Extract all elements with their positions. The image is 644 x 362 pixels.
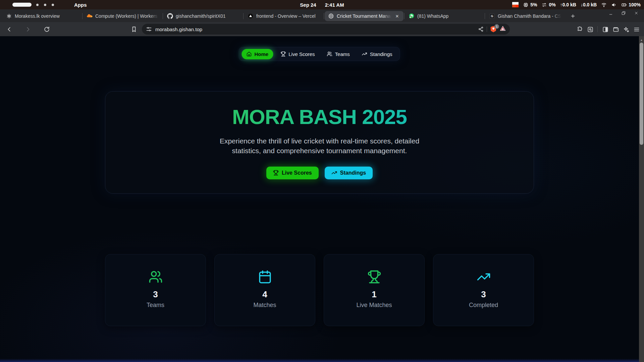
stat-card-completed: 3Completed [433, 254, 534, 326]
battery-icon [621, 2, 627, 8]
brave-shields-button[interactable]: 1 [490, 25, 497, 33]
scroll-up-arrow[interactable]: ▲ [639, 38, 644, 42]
nav-label: Home [255, 51, 269, 57]
forward-button[interactable] [23, 24, 33, 34]
tab-close-icon[interactable]: ✕ [394, 13, 400, 19]
nav-label: Live Scores [288, 51, 315, 57]
upload-rate: ↑0.0 kB [560, 2, 576, 7]
stat-label: Completed [469, 302, 498, 309]
system-top-bar: Apps Sep 24 2:41 AM 5% 0% ↑0.0 kB ↓0.0 k… [0, 0, 644, 9]
system-tray[interactable]: 5% 0% ↑0.0 kB ↓0.0 kB 100% [512, 0, 641, 9]
menu-icon[interactable] [633, 26, 639, 32]
reload-button[interactable] [42, 24, 52, 34]
site-settings-tune-icon[interactable] [146, 26, 152, 32]
bottom-glow [0, 359, 644, 362]
tab-title: Compute (Workers) | Workers & [95, 13, 159, 19]
browser-tab-4[interactable]: frontend - Overview – Vercel [244, 11, 323, 21]
hero-panel: MORA BASH 2025 Experience the thrill of … [105, 91, 534, 194]
button-label: Standings [340, 170, 366, 176]
desktop: Apps Sep 24 2:41 AM 5% 0% ↑0.0 kB ↓0.0 k… [0, 0, 644, 362]
browser-tab-2[interactable]: Compute (Workers) | Workers & [83, 11, 162, 21]
page-title: MORA BASH 2025 [232, 105, 407, 129]
webpage-viewport: HomeLive ScoresTeamsStandings MORA BASH … [0, 36, 644, 362]
extensions-icon[interactable] [577, 26, 583, 32]
trending-up-icon [331, 170, 337, 176]
trophy-icon [273, 170, 279, 176]
tab-title: frontend - Overview – Vercel [256, 13, 320, 19]
browser-tab-5[interactable]: Cricket Tournament Manage✕ [325, 11, 404, 21]
brave-rewards-icon[interactable] [500, 25, 507, 33]
keyboard-layout-flag-icon [512, 2, 519, 7]
clock[interactable]: Sep 24 2:41 AM [300, 0, 344, 9]
stat-value: 3 [481, 289, 486, 300]
live-scores-button[interactable]: Live Scores [266, 167, 319, 179]
shields-badge: 1 [494, 24, 499, 29]
cpu-indicator: 5% [523, 2, 537, 8]
tab-title: Gishan Chamith Bandara - CSE U [498, 13, 561, 19]
tab-title: (81) WhatsApp [417, 13, 481, 19]
stat-value: 1 [372, 289, 376, 300]
hero-subtitle: Experience the thrill of live cricket wi… [212, 136, 427, 156]
time-label: 2:41 AM [325, 2, 344, 8]
nav-item-home[interactable]: Home [242, 49, 273, 59]
search-in-tab-icon[interactable] [587, 26, 593, 32]
browser-tab-bar: Morakess.lk overviewCompute (Workers) | … [0, 9, 644, 22]
browser-tab-7[interactable]: GGishan Chamith Bandara - CSE U [486, 11, 565, 21]
browser-tab-6[interactable]: 81(81) WhatsApp [405, 11, 484, 21]
browser-tab-1[interactable]: Morakess.lk overview [3, 11, 82, 21]
browser-tab-3[interactable]: gishanchamith/spiritX01 [164, 11, 243, 21]
page-scrollbar[interactable]: ▲ [639, 36, 644, 362]
trophy-icon [367, 270, 381, 284]
stat-label: Matches [253, 302, 276, 309]
url-text[interactable]: morabash.gishan.top [155, 26, 478, 32]
nav-item-teams[interactable]: Teams [322, 49, 355, 59]
address-bar[interactable]: morabash.gishan.top 1 [142, 24, 510, 35]
nav-item-live-scores[interactable]: Live Scores [276, 49, 319, 59]
share-icon[interactable] [478, 26, 484, 32]
date-label: Sep 24 [300, 2, 316, 8]
back-button[interactable] [4, 24, 14, 34]
trending-up-icon [362, 51, 367, 57]
stat-card-matches: 4Matches [214, 254, 315, 326]
calendar-icon [258, 270, 272, 284]
trending-up-icon [477, 270, 491, 284]
vercel-favicon-icon [248, 13, 254, 19]
transfer-arrows-icon [541, 2, 547, 8]
wallet-icon[interactable] [612, 26, 619, 32]
standings-button[interactable]: Standings [325, 167, 373, 179]
leo-ai-sparkle-icon[interactable] [623, 26, 629, 32]
network-usage-indicator: 0% [541, 2, 555, 8]
tab-title: gishanchamith/spiritX01 [176, 13, 239, 19]
minimize-button[interactable] [608, 10, 614, 16]
stats-row: 3Teams4Matches1Live Matches3Completed [105, 254, 534, 326]
apps-menu[interactable]: Apps [74, 2, 87, 8]
users-icon [149, 270, 163, 284]
stat-value: 3 [153, 289, 158, 300]
trophy-icon [280, 51, 286, 57]
bookmarks-button[interactable] [129, 24, 139, 34]
svg-text:81: 81 [410, 16, 412, 18]
stat-card-live-matches: 1Live Matches [324, 254, 425, 326]
new-tab-button[interactable] [568, 11, 578, 21]
browser-toolbar: morabash.gishan.top 1 [0, 22, 644, 36]
window-controls [608, 10, 639, 16]
workspace-dots[interactable] [36, 4, 54, 6]
whatsapp-favicon-icon: 81 [409, 13, 415, 19]
download-rate: ↓0.0 kB [581, 2, 597, 7]
users-icon [327, 51, 332, 57]
home-icon [247, 51, 252, 57]
stat-label: Teams [147, 302, 164, 309]
stat-value: 4 [262, 289, 267, 300]
restore-button[interactable] [621, 10, 627, 16]
sidebar-toggle-icon[interactable] [602, 26, 608, 32]
scrollbar-thumb[interactable] [640, 43, 643, 145]
button-label: Live Scores [282, 170, 312, 176]
close-window-button[interactable] [633, 10, 639, 16]
svg-text:G: G [491, 14, 493, 18]
site-navigation: HomeLive ScoresTeamsStandings [239, 47, 400, 61]
nav-item-standings[interactable]: Standings [357, 49, 397, 59]
activities-pill[interactable] [12, 3, 32, 7]
openai-favicon-icon [6, 13, 12, 19]
github-favicon-icon [167, 13, 173, 19]
g-doc-favicon-icon: G [489, 13, 495, 19]
